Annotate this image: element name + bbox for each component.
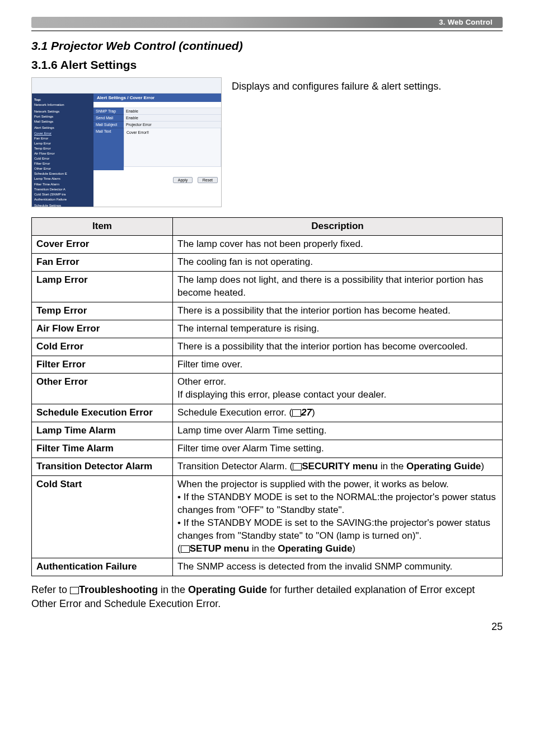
table-desc: There is a possibility that the interior… xyxy=(173,338,503,356)
screenshot-sidebar: Top: Network Information Network Setting… xyxy=(32,94,93,207)
table-desc: The cooling fan is not operating. xyxy=(173,253,503,271)
footer-bold: Operating Guide xyxy=(188,584,267,595)
table-desc: There is a possibility that the interior… xyxy=(173,302,503,320)
table-item: Other Error xyxy=(32,374,173,404)
table-row: Cover Error The lamp cover has not been … xyxy=(32,235,503,253)
table-row: Cold Start When the projector is supplie… xyxy=(32,476,503,558)
table-row: Transition Detector Alarm Transition Det… xyxy=(32,458,503,476)
screenshot-main-panel: Alert Settings / Cover Error SNMP Trap E… xyxy=(93,94,221,207)
footer-text: in the xyxy=(158,584,188,595)
table-row: Other Error Other error. If displaying t… xyxy=(32,374,503,404)
table-desc: The internal temperature is rising. xyxy=(173,320,503,338)
table-item: Filter Time Alarm xyxy=(32,440,173,458)
table-desc: The lamp does not light, and there is a … xyxy=(173,271,503,302)
sidebar-item: Port Settings xyxy=(34,114,91,119)
desc-text: ) xyxy=(312,407,315,418)
sidebar-item: Fan Error xyxy=(34,136,91,141)
page-ref: 27 xyxy=(301,407,312,418)
desc-line: Other error. xyxy=(177,376,226,387)
sidebar-item: Authentication Failure xyxy=(34,197,91,202)
sidebar-item: Filter Time Alarm xyxy=(34,182,91,186)
table-desc: Other error. If displaying this error, p… xyxy=(173,374,503,404)
table-row: Filter Time Alarm Filter time over Alarm… xyxy=(32,440,503,458)
alert-settings-table: Item Description Cover Error The lamp co… xyxy=(31,217,503,576)
reset-button[interactable]: Reset xyxy=(198,177,218,183)
table-item: Air Flow Error xyxy=(32,320,173,338)
table-row: Temp Error There is a possibility that t… xyxy=(32,302,503,320)
table-item: Cold Error xyxy=(32,338,173,356)
table-row: Fan Error The cooling fan is not operati… xyxy=(32,253,503,271)
apply-button[interactable]: Apply xyxy=(173,177,193,183)
sidebar-item: Cold Start (SNMP tra xyxy=(34,192,91,197)
table-item: Cold Start xyxy=(32,476,173,558)
screenshot-setting-value: Enable xyxy=(124,114,221,121)
footer-text: Refer to xyxy=(31,584,70,595)
sidebar-item: Network Settings xyxy=(34,109,91,114)
table-item: Temp Error xyxy=(32,302,173,320)
table-header-item: Item xyxy=(32,218,173,236)
header-section-label: 3. Web Control xyxy=(439,17,493,28)
table-desc: Filter time over. xyxy=(173,356,503,374)
table-row: Cold Error There is a possibility that t… xyxy=(32,338,503,356)
table-item: Authentication Failure xyxy=(32,558,173,576)
screenshot-setting-label: Mail Subject xyxy=(93,121,124,128)
desc-bold: Operating Guide xyxy=(278,543,352,554)
table-desc: Schedule Execution error. (27) xyxy=(173,404,503,422)
screenshot-setting-value: Enable xyxy=(124,108,221,114)
screenshot-mail-text: Cover Error!! xyxy=(124,128,221,167)
sidebar-item: Schedule Execution E xyxy=(34,171,91,176)
table-row: Authentication Failure The SNMP access i… xyxy=(32,558,503,576)
table-row: Filter Error Filter time over. xyxy=(32,356,503,374)
table-desc: The lamp cover has not been properly fix… xyxy=(173,235,503,253)
table-desc: Transition Detector Alarm. (SECURITY men… xyxy=(173,458,503,476)
header-band: 3. Web Control xyxy=(31,17,503,28)
intro-row: Top: Network Information Network Setting… xyxy=(31,77,503,207)
sidebar-item: Temp Error xyxy=(34,146,91,151)
sidebar-item: Air Flow Error xyxy=(34,151,91,156)
desc-text: in the xyxy=(249,543,278,554)
page-number: 25 xyxy=(31,621,503,633)
screenshot-panel-title: Alert Settings / Cover Error xyxy=(93,94,221,102)
footer-note: Refer to Troubleshooting in the Operatin… xyxy=(31,583,503,611)
table-desc: The SNMP access is detected from the inv… xyxy=(173,558,503,576)
page-container: 3. Web Control 3.1 Projector Web Control… xyxy=(0,0,534,644)
desc-line: If displaying this error, please contact… xyxy=(177,389,386,400)
manual-icon xyxy=(70,587,79,594)
sidebar-item: Filter Error xyxy=(34,161,91,166)
table-desc: When the projector is supplied with the … xyxy=(173,476,503,558)
table-item: Schedule Execution Error xyxy=(32,404,173,422)
desc-text: in the xyxy=(378,461,406,472)
desc-text: Schedule Execution error. ( xyxy=(177,407,292,418)
desc-bold: SETUP menu xyxy=(190,543,249,554)
desc-bold: Operating Guide xyxy=(406,461,481,472)
table-row: Schedule Execution Error Schedule Execut… xyxy=(32,404,503,422)
sidebar-item: Transition Detector A xyxy=(34,187,91,192)
heading-continued: 3.1 Projector Web Control (continued) xyxy=(31,39,503,53)
desc-line: • If the STANDBY MODE is set to the SAVI… xyxy=(177,517,490,541)
table-row: Lamp Error The lamp does not light, and … xyxy=(32,271,503,302)
header-rule xyxy=(31,30,503,31)
desc-text: Transition Detector Alarm. ( xyxy=(177,461,293,472)
sidebar-item: Lamp Error xyxy=(34,141,91,146)
heading-subsection: 3.1.6 Alert Settings xyxy=(31,58,503,72)
manual-icon xyxy=(181,545,190,552)
sidebar-item: Schedule Settings xyxy=(34,203,91,207)
sidebar-item: Cold Error xyxy=(34,156,91,161)
manual-icon xyxy=(292,409,301,416)
sidebar-top-label: Top: xyxy=(34,97,91,102)
table-item: Lamp Error xyxy=(32,271,173,302)
table-header-desc: Description xyxy=(173,218,503,236)
manual-icon xyxy=(293,463,302,470)
desc-line: When the projector is supplied with the … xyxy=(177,479,449,489)
sidebar-item: Other Error xyxy=(34,166,91,171)
screenshot-setting-value: Projector Error xyxy=(124,121,221,128)
table-item: Transition Detector Alarm xyxy=(32,458,173,476)
sidebar-item: Alert Settings xyxy=(34,125,91,130)
screenshot-thumbnail: Top: Network Information Network Setting… xyxy=(31,77,222,207)
desc-bold: SECURITY menu xyxy=(302,461,378,472)
table-item: Cover Error xyxy=(32,235,173,253)
desc-text: ) xyxy=(352,543,355,554)
screenshot-setting-row: Mail Text Cover Error!! xyxy=(93,128,221,170)
table-desc: Lamp time over Alarm Time setting. xyxy=(173,422,503,440)
screenshot-setting-row: Send Mail Enable xyxy=(93,114,221,121)
